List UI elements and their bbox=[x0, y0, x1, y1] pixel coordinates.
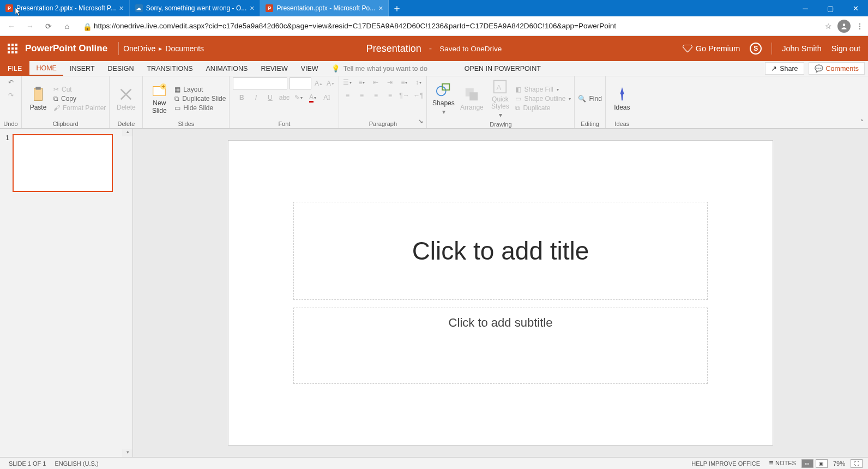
zoom-level[interactable]: 79% bbox=[829, 460, 849, 467]
share-button[interactable]: ↗ Share bbox=[765, 62, 804, 75]
tab-view[interactable]: VIEW bbox=[294, 61, 325, 76]
font-shrink-icon[interactable]: A▼ bbox=[326, 79, 335, 88]
duplicate-button[interactable]: ⧉Duplicate bbox=[515, 104, 571, 112]
bold-button[interactable]: B bbox=[237, 93, 246, 103]
browser-toolbar: ← → ⟳ ⌂ 🔒 https://onedrive.live.com/edit… bbox=[0, 16, 868, 36]
help-improve-link[interactable]: HELP IMPROVE OFFICE bbox=[687, 460, 764, 467]
scroll-up-icon[interactable]: ▴ bbox=[123, 129, 132, 136]
clear-format-button[interactable]: A⃠ bbox=[322, 93, 331, 103]
align-right-button[interactable]: ≡ bbox=[371, 91, 381, 100]
shapes-button[interactable]: Shapes▾ bbox=[430, 81, 456, 117]
tab-home[interactable]: HOME bbox=[29, 61, 63, 76]
slide-counter[interactable]: SLIDE 1 OF 1 bbox=[4, 460, 50, 467]
close-icon[interactable]: × bbox=[378, 4, 383, 13]
align-left-button[interactable]: ≡ bbox=[342, 91, 352, 100]
app-brand[interactable]: PowerPoint Online bbox=[25, 43, 114, 54]
minimize-button[interactable]: ─ bbox=[793, 0, 818, 16]
fit-to-window-button[interactable]: ⛶ bbox=[851, 459, 863, 468]
normal-view-button[interactable]: ▭ bbox=[801, 459, 813, 468]
new-tab-button[interactable]: ＋ bbox=[389, 0, 405, 16]
close-window-button[interactable]: ✕ bbox=[843, 0, 868, 16]
breadcrumb-0[interactable]: OneDrive bbox=[123, 44, 155, 53]
hide-slide-button[interactable]: ▭Hide Slide bbox=[174, 104, 226, 112]
star-icon[interactable]: ☆ bbox=[825, 22, 832, 31]
undo-button[interactable]: ↶ bbox=[6, 77, 16, 87]
delete-button[interactable]: Delete bbox=[113, 85, 139, 112]
open-in-powerpoint[interactable]: OPEN IN POWERPOINT bbox=[458, 61, 547, 76]
user-name[interactable]: John Smith bbox=[782, 44, 822, 53]
maximize-button[interactable]: ▢ bbox=[818, 0, 843, 16]
tell-me-input[interactable] bbox=[343, 65, 442, 73]
tab-file[interactable]: FILE bbox=[0, 61, 29, 76]
breadcrumb-1[interactable]: Documents bbox=[165, 44, 204, 53]
duplicate-slide-button[interactable]: ⧉Duplicate Slide bbox=[174, 95, 226, 103]
numbering-button[interactable]: ≡▾ bbox=[357, 77, 366, 87]
browser-tab-2[interactable]: P Presentation.pptx - Microsoft Po... × bbox=[260, 0, 389, 16]
shape-fill-button[interactable]: ◧Shape Fill▾ bbox=[515, 86, 571, 93]
ideas-button[interactable]: Ideas bbox=[609, 85, 635, 112]
tab-animations[interactable]: ANIMATIONS bbox=[200, 61, 255, 76]
collapse-ribbon-icon[interactable]: ˄ bbox=[860, 119, 864, 126]
format-painter-button[interactable]: 🖌Format Painter bbox=[53, 104, 106, 112]
bullets-button[interactable]: ☰▾ bbox=[342, 77, 352, 87]
strike-button[interactable]: abc bbox=[279, 93, 289, 103]
menu-icon[interactable]: ⋮ bbox=[856, 22, 864, 31]
underline-button[interactable]: U bbox=[265, 93, 275, 103]
scroll-down-icon[interactable]: ▾ bbox=[123, 449, 132, 457]
cut-button[interactable]: ✂Cut bbox=[53, 86, 106, 93]
close-icon[interactable]: × bbox=[119, 4, 124, 13]
copy-button[interactable]: ⧉Copy bbox=[53, 95, 106, 103]
browser-tab-0[interactable]: P Presentation 2.pptx - Microsoft P... × bbox=[0, 0, 130, 16]
tab-transitions[interactable]: TRANSITIONS bbox=[140, 61, 199, 76]
title-placeholder[interactable]: Click to add title bbox=[293, 202, 708, 300]
font-grow-icon[interactable]: A▲ bbox=[314, 79, 323, 88]
address-bar[interactable]: 🔒 https://onedrive.live.com/edit.aspx?ci… bbox=[79, 22, 821, 30]
close-icon[interactable]: × bbox=[250, 4, 254, 13]
subtitle-placeholder[interactable]: Click to add subtitle bbox=[293, 308, 708, 384]
ltr-button[interactable]: ¶→ bbox=[399, 91, 409, 100]
doc-title[interactable]: Presentation bbox=[366, 43, 421, 55]
layout-button[interactable]: ▦Layout bbox=[174, 86, 226, 93]
redo-button[interactable]: ↷ bbox=[6, 91, 16, 100]
shape-outline-button[interactable]: ▭Shape Outline▾ bbox=[515, 95, 571, 103]
align-center-button[interactable]: ≡ bbox=[357, 91, 366, 100]
app-launcher[interactable] bbox=[0, 36, 25, 61]
justify-button[interactable]: ≡ bbox=[385, 91, 395, 100]
home-button[interactable]: ⌂ bbox=[60, 19, 74, 33]
notes-toggle[interactable]: ≣ NOTES bbox=[764, 460, 800, 467]
outdent-button[interactable]: ⇤ bbox=[371, 77, 381, 87]
slideshow-view-button[interactable]: ▣ bbox=[816, 459, 828, 468]
slide-canvas[interactable]: Click to add title Click to add subtitle bbox=[228, 140, 773, 446]
italic-button[interactable]: I bbox=[251, 93, 261, 103]
paste-button[interactable]: Paste bbox=[25, 85, 51, 112]
slide-canvas-area[interactable]: Click to add title Click to add subtitle bbox=[133, 129, 868, 457]
comments-button[interactable]: 💬 Comments bbox=[809, 62, 865, 75]
tab-insert[interactable]: INSERT bbox=[63, 61, 101, 76]
line-spacing-button[interactable]: ≡▾ bbox=[399, 77, 409, 87]
sign-out-link[interactable]: Sign out bbox=[831, 44, 860, 53]
text-direction-button[interactable]: ↕▾ bbox=[413, 77, 423, 87]
font-color-button[interactable]: A▾ bbox=[308, 93, 317, 103]
highlight-button[interactable]: ✎▾ bbox=[293, 93, 303, 103]
quick-styles-button[interactable]: A Quick Styles▾ bbox=[487, 77, 513, 120]
tab-review[interactable]: REVIEW bbox=[254, 61, 294, 76]
reload-button[interactable]: ⟳ bbox=[41, 19, 56, 33]
dialog-launcher-icon[interactable]: ↘ bbox=[418, 118, 423, 125]
arrange-button[interactable]: Arrange bbox=[459, 85, 485, 112]
rtl-button[interactable]: ←¶ bbox=[413, 91, 423, 100]
slide-thumbnail-1[interactable] bbox=[13, 134, 113, 192]
go-premium-button[interactable]: Go Premium bbox=[683, 44, 740, 53]
indent-button[interactable]: ⇥ bbox=[385, 77, 395, 87]
profile-avatar[interactable] bbox=[837, 20, 851, 33]
new-slide-button[interactable]: New Slide bbox=[146, 81, 172, 115]
browser-tab-1[interactable]: ☁ Sorry, something went wrong - O... × bbox=[130, 0, 261, 16]
forward-button[interactable]: → bbox=[23, 19, 37, 33]
back-button[interactable]: ← bbox=[4, 19, 19, 33]
language-status[interactable]: ENGLISH (U.S.) bbox=[50, 460, 103, 467]
skype-icon[interactable]: S bbox=[750, 43, 762, 55]
font-size-select[interactable] bbox=[290, 77, 311, 89]
font-family-select[interactable] bbox=[233, 77, 287, 89]
find-button[interactable]: 🔍Find bbox=[578, 95, 601, 103]
tell-me-search[interactable]: 💡 bbox=[331, 61, 442, 76]
tab-design[interactable]: DESIGN bbox=[101, 61, 141, 76]
